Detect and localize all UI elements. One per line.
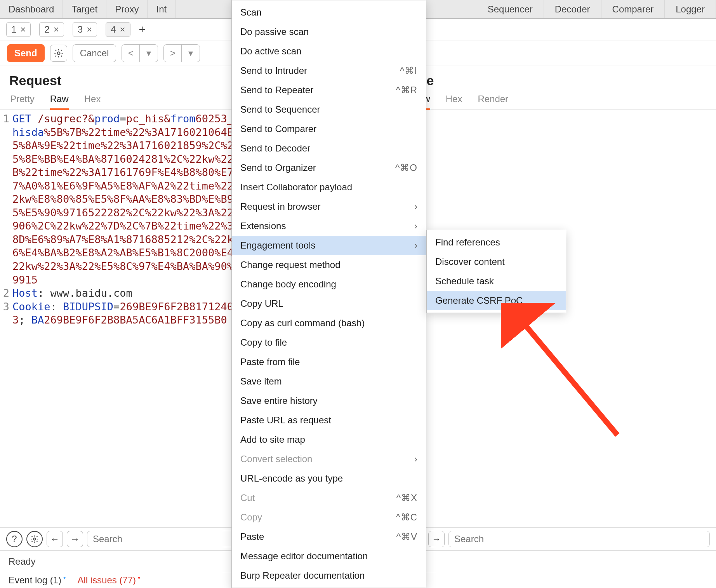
ctx-paste[interactable]: Paste^⌘V <box>232 527 426 546</box>
close-icon[interactable]: × <box>87 24 92 35</box>
ctx-copy: Copy^⌘C <box>232 508 426 527</box>
menu-label: Copy URL <box>240 298 283 309</box>
ctx-change-request-method[interactable]: Change request method <box>232 255 426 275</box>
ctx-save-entire-history[interactable]: Save entire history <box>232 391 426 411</box>
view-tab-hex[interactable]: Hex <box>446 94 462 110</box>
search-next-button[interactable]: → <box>67 531 83 547</box>
ctx-save-item[interactable]: Save item <box>232 372 426 391</box>
menu-label: Copy to file <box>240 337 287 348</box>
history-back-menu[interactable]: ▾ <box>140 45 158 62</box>
top-tab-dashboard[interactable]: Dashboard <box>0 0 63 18</box>
top-tab-logger[interactable]: Logger <box>665 0 716 18</box>
top-tab-decoder[interactable]: Decoder <box>544 0 601 18</box>
ctx-send-to-organizer[interactable]: Send to Organizer^⌘O <box>232 158 426 177</box>
ctx-send-to-decoder[interactable]: Send to Decoder <box>232 139 426 158</box>
tab-label: 4 <box>111 24 116 35</box>
menu-label: Cut <box>240 492 255 503</box>
top-tab-int[interactable]: Int <box>148 0 176 18</box>
top-tab-target[interactable]: Target <box>63 0 106 18</box>
settings-button[interactable] <box>50 45 67 62</box>
menu-label: Convert selection <box>240 454 312 464</box>
menu-label: Engagement tools <box>240 240 315 251</box>
submenu-schedule-task[interactable]: Schedule task <box>427 271 566 291</box>
all-issues-link[interactable]: All issues (77) • <box>77 575 140 586</box>
top-tab-proxy[interactable]: Proxy <box>106 0 148 18</box>
menu-shortcut: ^⌘I <box>400 65 417 76</box>
ctx-copy-url[interactable]: Copy URL <box>232 294 426 313</box>
menu-label: Paste from file <box>240 357 300 367</box>
ctx-insert-collaborator-payload[interactable]: Insert Collaborator payload <box>232 177 426 197</box>
ctx-message-editor-documentation[interactable]: Message editor documentation <box>232 546 426 566</box>
ctx-engagement-tools[interactable]: Engagement tools› <box>232 236 426 255</box>
ctx-add-to-site-map[interactable]: Add to site map <box>232 430 426 449</box>
repeater-tab-2[interactable]: 2× <box>39 22 64 37</box>
view-tab-render[interactable]: Render <box>478 94 508 110</box>
repeater-tab-4[interactable]: 4× <box>106 22 130 37</box>
menu-label: Paste <box>240 531 264 542</box>
engagement-submenu[interactable]: Find referencesDiscover contentSchedule … <box>426 230 566 313</box>
line-number: 1 <box>2 112 12 287</box>
response-search-input[interactable] <box>448 531 710 547</box>
history-fwd-menu[interactable]: ▾ <box>182 45 200 62</box>
repeater-tab-3[interactable]: 3× <box>73 22 97 37</box>
ctx-url-encode-as-you-type[interactable]: URL-encode as you type <box>232 469 426 488</box>
close-icon[interactable]: × <box>20 24 26 35</box>
ctx-do-passive-scan[interactable]: Do passive scan <box>232 22 426 42</box>
menu-label: Change request method <box>240 259 341 270</box>
ctx-send-to-repeater[interactable]: Send to Repeater^⌘R <box>232 80 426 100</box>
view-tab-pretty[interactable]: Pretty <box>10 94 35 110</box>
history-back-group: < ▾ <box>122 44 158 62</box>
menu-label: Extensions <box>240 221 286 231</box>
ctx-copy-to-file[interactable]: Copy to file <box>232 333 426 352</box>
ctx-do-active-scan[interactable]: Do active scan <box>232 42 426 61</box>
ctx-paste-url-as-request[interactable]: Paste URL as request <box>232 411 426 430</box>
cancel-button[interactable]: Cancel <box>73 44 116 62</box>
ctx-extensions[interactable]: Extensions› <box>232 216 426 236</box>
menu-label: Send to Organizer <box>240 162 316 173</box>
top-tab-sequencer[interactable]: Sequencer <box>477 0 544 18</box>
close-icon[interactable]: × <box>120 24 125 35</box>
menu-label: Save entire history <box>240 395 318 406</box>
send-button[interactable]: Send <box>7 44 45 62</box>
menu-label: Scan <box>240 7 262 18</box>
ctx-send-to-intruder[interactable]: Send to Intruder^⌘I <box>232 61 426 80</box>
top-tab-comparer[interactable]: Comparer <box>601 0 665 18</box>
context-menu[interactable]: ScanDo passive scanDo active scanSend to… <box>231 0 426 588</box>
menu-label: Burp Repeater documentation <box>240 570 365 581</box>
editor-settings-button[interactable] <box>26 531 43 547</box>
line-code[interactable]: Host: www.baidu.com <box>12 287 136 300</box>
svg-point-0 <box>57 52 60 54</box>
menu-shortcut: ^⌘O <box>395 162 417 173</box>
ctx-burp-repeater-documentation[interactable]: Burp Repeater documentation <box>232 566 426 585</box>
tab-label: 2 <box>44 24 49 35</box>
line-number: 3 <box>2 300 12 327</box>
repeater-tab-1[interactable]: 1× <box>6 22 31 37</box>
view-tab-hex[interactable]: Hex <box>84 94 101 110</box>
menu-label: Save item <box>240 376 282 387</box>
ctx-scan[interactable]: Scan <box>232 3 426 22</box>
ctx-request-in-browser[interactable]: Request in browser› <box>232 197 426 216</box>
submenu-generate-csrf-poc[interactable]: Generate CSRF PoC <box>427 291 566 310</box>
menu-shortcut: ^⌘R <box>396 85 417 96</box>
ctx-send-to-sequencer[interactable]: Send to Sequencer <box>232 100 426 119</box>
help-button[interactable]: ? <box>6 531 23 547</box>
submenu-discover-content[interactable]: Discover content <box>427 252 566 271</box>
add-tab-button[interactable]: + <box>139 23 146 36</box>
menu-label: Send to Intruder <box>240 65 307 76</box>
menu-label: Generate CSRF PoC <box>435 295 523 306</box>
history-back-button[interactable]: < <box>122 45 140 62</box>
history-fwd-button[interactable]: > <box>164 45 182 62</box>
ctx-paste-from-file[interactable]: Paste from file <box>232 352 426 372</box>
submenu-find-references[interactable]: Find references <box>427 233 566 252</box>
event-log-link[interactable]: Event log (1) • <box>9 575 66 586</box>
view-tab-raw[interactable]: Raw <box>50 94 69 110</box>
ctx-send-to-comparer[interactable]: Send to Comparer <box>232 119 426 139</box>
ctx-copy-as-curl-command-bash-[interactable]: Copy as curl command (bash) <box>232 313 426 333</box>
menu-label: Do passive scan <box>240 26 309 37</box>
menu-shortcut: ^⌘V <box>396 531 417 542</box>
search-next-button[interactable]: → <box>428 531 445 547</box>
search-prev-button[interactable]: ← <box>47 531 63 547</box>
close-icon[interactable]: × <box>54 24 59 35</box>
menu-label: Send to Decoder <box>240 143 310 154</box>
ctx-change-body-encoding[interactable]: Change body encoding <box>232 275 426 294</box>
